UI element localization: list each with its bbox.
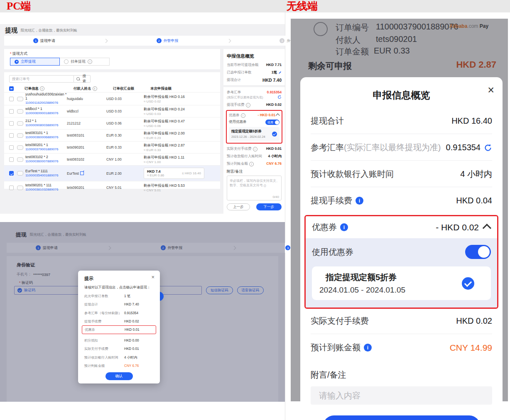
order-id-link[interactable]: 110000379001889076	[25, 147, 67, 151]
confirm-button[interactable]: 确认	[105, 372, 133, 380]
table-row[interactable]: 212 * 1110000908003889076 2121212 USD 0.…	[4, 117, 220, 129]
use-coupon-toggle[interactable]: 使用	[265, 120, 280, 125]
order-id-link[interactable]: 110000699001889076	[25, 111, 67, 115]
option-pending-withdraw[interactable]: 挂单提现	[60, 58, 110, 66]
pc-declare-screen: 提现 阳光结汇，合规收款，最快实时到账 1 提现申请 2 外管申报 3 身份验证…	[0, 24, 285, 214]
page-title: 提现	[5, 27, 17, 34]
order-id-link[interactable]: 110000360007889076	[25, 159, 67, 164]
refresh-icon[interactable]	[484, 144, 492, 152]
info-icon[interactable]	[253, 147, 257, 151]
step3-circle: 3	[280, 38, 284, 43]
step-declare[interactable]: 2 外管申报	[157, 38, 179, 44]
table-row[interactable]: yushouhuidu0306zaixian * 111000116200288…	[4, 92, 220, 105]
coupon-card[interactable]: 指定提现定额5折券 2024.01.05 - 2024.01.05	[312, 266, 491, 300]
table-row[interactable]: test083101 * 1110000360006889076 test083…	[4, 129, 220, 141]
estimated-amount: CNY 14.99	[450, 343, 492, 353]
info-icon[interactable]	[246, 103, 250, 107]
chevron-up-icon[interactable]	[483, 224, 491, 232]
coupon-highlight-box: 优惠券HKD 0.01	[82, 325, 156, 334]
row-checkbox[interactable]	[9, 145, 14, 150]
row-checkbox[interactable]	[9, 121, 14, 126]
chevron-right-icon	[104, 39, 108, 43]
info-icon[interactable]	[249, 162, 254, 166]
table-row[interactable]: wldbccl * 1110000699001889076 wldbccl US…	[4, 105, 220, 117]
info-icon[interactable]	[93, 86, 97, 91]
step-withdraw-apply[interactable]: 1 提现申请	[33, 38, 55, 44]
char-counter: 0/40	[272, 195, 279, 199]
coupon-row[interactable]: 优惠券 - HKD 0.02	[306, 216, 497, 238]
mobile-screen: 订单编号 110000379001889076 Alibaba.com Pay …	[291, 19, 508, 401]
row-checkbox[interactable]	[9, 97, 14, 101]
order-id-link[interactable]: 110000908003889076	[25, 123, 67, 127]
sheet-title: 申报信息概览	[311, 77, 492, 102]
close-icon[interactable]: ×	[488, 85, 494, 96]
chevron-right-icon	[227, 39, 231, 43]
declare-amount-input[interactable]: HKD 7.4 ≈ EUR 0.86 ≤ HKD 16.40	[144, 168, 204, 179]
page-subtitle: 阳光结汇，合规收款，最快实时到账	[21, 28, 77, 33]
info-icon[interactable]	[241, 113, 245, 118]
coupon-selected-check-icon[interactable]	[462, 277, 474, 290]
external-link-icon[interactable]	[80, 171, 84, 175]
withdraw-method-card: 提现方式 立即提现 挂单提现	[4, 49, 220, 69]
row-checkbox-checked[interactable]	[9, 171, 14, 176]
search-icon	[76, 77, 80, 81]
declare-limit: ≤ HKD 16.40	[182, 171, 201, 175]
exchange-rate-value: 0.915354	[446, 143, 481, 152]
order-id-link[interactable]: 110000381032889076	[25, 188, 67, 192]
table-row-selected[interactable]: EurTest * 1111110000354001889076 EurTest…	[4, 165, 220, 181]
edit-icon[interactable]	[278, 71, 282, 74]
info-icon[interactable]	[88, 59, 92, 64]
use-coupon-section: 使用优惠券 指定提现定额5折券 2024.01.05 - 2024.01.05	[306, 238, 497, 308]
method-label: 提现方式	[10, 51, 27, 56]
refresh-icon[interactable]	[277, 95, 282, 99]
pay-logo-icon	[17, 157, 23, 162]
pc-side-label: PC端	[7, 0, 31, 12]
confirm-modal: 提示 × 请核对以下提现信息，点击确认申请提现： 此次申报订单数1 笔 提现合计…	[78, 271, 160, 383]
pay-logo-icon	[17, 171, 23, 176]
search-button[interactable]: 搜索	[74, 75, 91, 83]
order-table-card: 搜索 订单信息 付款人姓名 订单收汇金额 本次申报金额 yushouhuidu0…	[4, 72, 220, 189]
use-coupon-toggle[interactable]	[465, 245, 491, 259]
remark-textarea-wrap: 0/40	[227, 176, 282, 200]
step1-circle: 1	[33, 38, 38, 43]
pay-logo-icon	[17, 133, 23, 138]
info-icon[interactable]	[40, 86, 44, 91]
pay-logo-icon	[17, 109, 23, 114]
mobile-side-label: 无线端	[287, 0, 318, 12]
next-step-button[interactable]: 下一步	[323, 415, 480, 420]
remark-label: 附言/备注	[227, 169, 282, 174]
info-icon[interactable]	[356, 197, 363, 205]
declare-summary-sheet: × 申报信息概览 提现合计 HKD 16.40 参考汇率(实际汇率以最终提现为准…	[300, 77, 503, 401]
row-checkbox[interactable]	[9, 109, 14, 114]
search-input[interactable]	[9, 75, 74, 83]
coupon-selected-check-icon[interactable]	[272, 132, 277, 137]
order-id-link[interactable]: 110000360006889076	[25, 135, 67, 139]
pay-logo-icon	[17, 186, 23, 190]
remark-textarea[interactable]	[229, 178, 281, 192]
coupon-card[interactable]: 指定提现定额5折券 2023.12.26 - 2024.02.24	[229, 127, 280, 141]
pc-identity-screen: 提现 阳光结汇，合规收款，最快实时到账 1 提现申请 2 外管申报 3 身份验证…	[0, 222, 285, 402]
table-row[interactable]: test083102 * 2110000360007889076 test083…	[4, 153, 220, 165]
remark-input-wrap	[311, 386, 492, 405]
order-id-link[interactable]: 110001162002889076	[25, 101, 67, 105]
remark-label: 附言/备注	[311, 360, 492, 386]
table-row[interactable]: tets090201 * 111110000381032889076 tets0…	[4, 181, 220, 194]
table-row[interactable]: tets090201 * 1110000379001889076 tets090…	[4, 141, 220, 153]
row-checkbox[interactable]	[9, 186, 14, 190]
remark-input[interactable]	[318, 391, 485, 401]
exchange-rate-value: 0.915354	[267, 90, 282, 94]
steps-bar: 1 提现申请 2 外管申报 3 身份验证	[4, 36, 331, 46]
next-step-button[interactable]: 下一步	[256, 203, 282, 210]
info-icon[interactable]	[364, 344, 372, 352]
close-icon[interactable]: ×	[151, 274, 154, 280]
chevron-up-icon[interactable]	[276, 113, 280, 117]
radio-selected-icon	[15, 60, 19, 64]
select-all-checkbox[interactable]	[9, 86, 14, 91]
row-checkbox[interactable]	[9, 157, 14, 162]
order-id-link[interactable]: 110000354001889076	[25, 173, 67, 178]
coupon-row[interactable]: 优惠券 - HKD 0.01	[229, 113, 280, 118]
option-instant-withdraw[interactable]: 立即提现	[10, 58, 60, 66]
prev-step-button[interactable]: 上一步	[227, 203, 250, 210]
info-icon[interactable]	[340, 223, 348, 231]
row-checkbox[interactable]	[9, 133, 14, 138]
